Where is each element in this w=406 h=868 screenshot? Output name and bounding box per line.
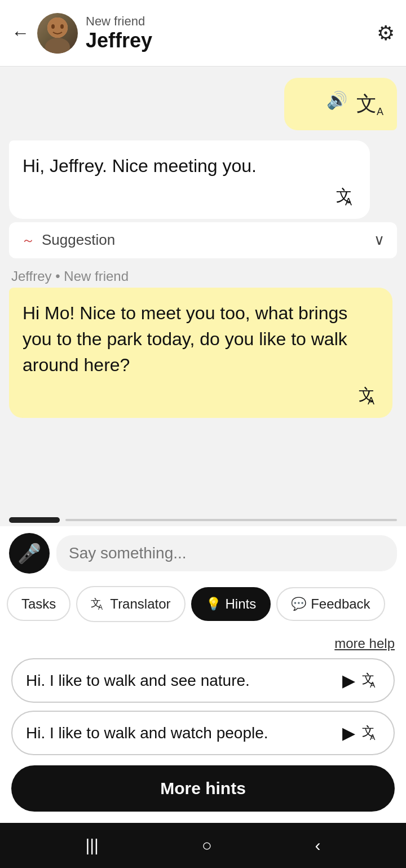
message-text: Hi, Jeffrey. Nice meeting you. <box>23 153 356 179</box>
send-icon-1[interactable]: ▶ <box>342 671 355 690</box>
translator-icon: 文 A <box>91 595 105 613</box>
svg-point-2 <box>51 24 55 29</box>
header-name: Jeffrey <box>86 29 377 52</box>
header-subfriend: New friend <box>86 14 377 29</box>
chat-area: 🔊 文A Hi, Jeffrey. Nice meeting you. 文 A … <box>0 67 406 514</box>
incoming-message-container: Hi, Jeffrey. Nice meeting you. 文 A ～ Sug… <box>9 140 397 258</box>
mic-button[interactable]: 🎤 <box>9 533 50 574</box>
scroll-indicator <box>0 514 406 526</box>
wave-icon: ～ <box>21 231 35 249</box>
tab-translator[interactable]: 文 A Translator <box>76 586 185 622</box>
mic-icon: 🎤 <box>17 542 41 565</box>
message-text-yellow: Hi Mo! Nice to meet you too, what brings… <box>23 300 379 378</box>
nav-back-icon[interactable]: ‹ <box>315 836 321 855</box>
chevron-down-icon[interactable]: ∨ <box>374 231 385 249</box>
hint-text-1: Hi. I like to walk and see nature. <box>26 672 342 690</box>
tab-label: Tasks <box>21 596 56 612</box>
hint-item-2[interactable]: Hi. I like to walk and watch people. ▶ 文… <box>11 711 395 755</box>
svg-text:A: A <box>370 733 376 740</box>
system-nav: ||| ○ ‹ <box>0 823 406 868</box>
tab-label: Hints <box>226 596 257 612</box>
more-hints-button[interactable]: More hints <box>11 765 395 812</box>
svg-text:A: A <box>368 395 374 404</box>
translate-row: 文 A <box>23 185 356 210</box>
incoming-yellow-message: Hi Mo! Nice to meet you too, what brings… <box>9 288 392 418</box>
tab-feedback[interactable]: 💬 Feedback <box>276 587 385 621</box>
svg-point-4 <box>45 38 70 54</box>
feedback-icon: 💬 <box>291 597 306 611</box>
translate-row-yellow: 文 A <box>23 384 379 409</box>
incoming-message: Hi, Jeffrey. Nice meeting you. 文 A <box>9 140 370 218</box>
more-help-row: more help <box>11 636 395 651</box>
hints-icon: 💡 <box>206 597 221 611</box>
svg-text:A: A <box>370 680 376 688</box>
tab-label: Translator <box>110 596 170 612</box>
tab-tasks[interactable]: Tasks <box>7 587 70 621</box>
scroll-thumb <box>9 517 60 523</box>
translate-icon-1[interactable]: 文 A <box>362 669 380 691</box>
header-info: New friend Jeffrey <box>86 14 377 52</box>
suggestion-row[interactable]: ～ Suggestion ∨ <box>9 222 397 258</box>
message-input[interactable] <box>56 535 397 571</box>
message-icons-row: 🔊 文A <box>298 90 383 118</box>
message-label: Jeffrey • New friend <box>9 268 397 284</box>
nav-recent-icon[interactable]: ||| <box>85 836 98 855</box>
input-row: 🎤 <box>0 526 406 580</box>
svg-point-1 <box>47 17 68 38</box>
translate-icon[interactable]: 文A <box>356 90 383 118</box>
more-help-link[interactable]: more help <box>334 636 395 651</box>
audio-icon[interactable]: 🔊 <box>326 90 347 118</box>
svg-point-3 <box>60 24 64 29</box>
avatar <box>37 13 78 54</box>
outgoing-message: 🔊 文A <box>284 78 397 130</box>
hint-text-2: Hi. I like to walk and watch people. <box>26 724 342 742</box>
svg-text:A: A <box>345 196 352 205</box>
header: ← New friend Jeffrey ⚙ <box>0 0 406 67</box>
hint-actions-2: ▶ 文 A <box>342 722 380 744</box>
back-button[interactable]: ← <box>11 23 29 43</box>
tab-hints[interactable]: 💡 Hints <box>191 587 271 621</box>
scroll-track <box>65 519 397 521</box>
translate-button[interactable]: 文 A <box>336 185 356 210</box>
settings-button[interactable]: ⚙ <box>377 21 395 45</box>
avatar-image <box>37 13 78 54</box>
translate-button-yellow[interactable]: 文 A <box>359 384 379 409</box>
send-icon-2[interactable]: ▶ <box>342 723 355 743</box>
hints-panel: more help Hi. I like to walk and see nat… <box>0 628 406 823</box>
hint-actions-1: ▶ 文 A <box>342 669 380 691</box>
svg-text:A: A <box>98 603 103 610</box>
incoming-yellow-container: Jeffrey • New friend Hi Mo! Nice to meet… <box>9 268 397 418</box>
translate-icon-2[interactable]: 文 A <box>362 722 380 744</box>
nav-home-icon[interactable]: ○ <box>202 836 212 855</box>
tab-label: Feedback <box>311 596 370 612</box>
bottom-tabs: Tasks 文 A Translator 💡 Hints 💬 Feedback <box>0 580 406 628</box>
hint-item-1[interactable]: Hi. I like to walk and see nature. ▶ 文 A <box>11 658 395 703</box>
suggestion-text: Suggestion <box>42 231 367 249</box>
